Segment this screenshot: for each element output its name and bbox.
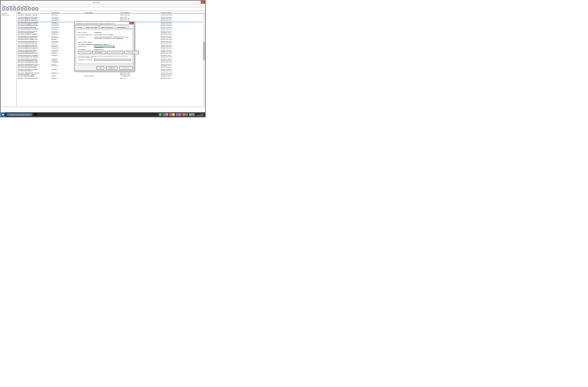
tray-icon[interactable] xyxy=(172,113,175,116)
start-button: Запустить xyxy=(78,51,91,54)
val-display-name: Служба Защитник Windows xyxy=(94,34,131,35)
restart-service-icon[interactable] xyxy=(35,7,38,10)
start-service-icon[interactable] xyxy=(24,7,27,10)
clock[interactable]: 22:5307.01.2015 xyxy=(196,113,204,117)
cancel-button[interactable]: Отмена xyxy=(106,66,117,70)
menu-help[interactable]: Справка xyxy=(23,5,29,7)
resume-button: Продолжить xyxy=(124,51,139,54)
startup-type-select[interactable]: Отключена▾ xyxy=(94,46,115,48)
refresh-icon[interactable] xyxy=(13,7,16,10)
service-row[interactable]: Службы удалённых рабочи…Разреш…ВручнуюСе… xyxy=(17,77,205,79)
services-window: Службы ─ ▢ ✕ Файл Действие Вид Справка С… xyxy=(0,0,206,117)
val-state: Выполняется xyxy=(94,48,131,50)
lbl-exe-path: Исполняемый файл: xyxy=(78,41,94,43)
tree-root[interactable]: Службы (локальны… xyxy=(1,12,15,15)
tray-icon[interactable] xyxy=(189,113,192,116)
stop-button[interactable]: Остановить xyxy=(92,51,106,54)
chevron-down-icon: ▾ xyxy=(113,46,114,48)
apply-button: Применить xyxy=(119,66,133,70)
stop-service-icon[interactable] xyxy=(28,7,31,10)
statusbar xyxy=(1,106,205,109)
tree-pane: Службы (локальны… xyxy=(1,11,17,106)
val-description: Защита пользователей от вредоносных и др… xyxy=(94,36,131,40)
menu-view[interactable]: Вид xyxy=(18,5,21,7)
lbl-startup-type: Тип запуска: xyxy=(78,46,94,48)
help-icon[interactable] xyxy=(21,7,24,10)
scrollbar[interactable] xyxy=(203,14,205,106)
taskbar: Глобальный поисковик Yahoo ◐ 22:5307.01.… xyxy=(1,112,205,117)
tray-icon[interactable] xyxy=(162,113,165,116)
val-service-name: WinDefend xyxy=(94,32,131,33)
val-exe-path: C:\Program Files\Windows Defender\MsMpEn… xyxy=(78,43,131,45)
menu-action[interactable]: Действие xyxy=(8,5,15,7)
cell: Разреш… xyxy=(51,77,84,79)
lbl-display-name: Отображаемое имя: xyxy=(78,34,94,35)
lbl-service-name: Имя службы: xyxy=(78,32,94,33)
tab-logon[interactable]: Вход в систему xyxy=(84,25,99,28)
tray-icon[interactable] xyxy=(182,113,185,116)
lbl-params: Параметры запуска: xyxy=(78,59,94,61)
taskbar-item-search[interactable]: Глобальный поисковик Yahoo xyxy=(7,113,32,117)
tray-icon[interactable] xyxy=(179,113,182,116)
windows-icon xyxy=(2,114,4,116)
cell: Сетевая служ… xyxy=(160,77,205,79)
lbl-description: Описание: xyxy=(78,36,94,40)
tray-icon[interactable] xyxy=(185,113,188,116)
cell xyxy=(84,77,120,79)
scrollbar-thumb[interactable] xyxy=(203,42,205,60)
start-button[interactable] xyxy=(1,112,5,117)
tab-recovery[interactable]: Восстановление xyxy=(99,25,115,28)
ok-button[interactable]: ОК xyxy=(96,66,104,70)
window-title: Службы xyxy=(1,1,192,4)
tray-icon[interactable] xyxy=(165,113,168,116)
menu-file[interactable]: Файл xyxy=(2,5,6,7)
lbl-state: Состояние: xyxy=(78,48,94,50)
pause-button: Приостановить xyxy=(107,51,123,54)
pause-service-icon[interactable] xyxy=(32,7,35,10)
dialog-tabs: Общие Вход в систему Восстановление Зави… xyxy=(75,25,134,29)
dialog-close-button[interactable]: ✕ xyxy=(129,22,134,25)
close-button[interactable]: ✕ xyxy=(201,1,205,4)
back-icon[interactable] xyxy=(2,7,5,10)
taskbar-item-cortana[interactable]: ◐ xyxy=(34,113,37,117)
tray-icon[interactable] xyxy=(159,113,162,116)
tab-general[interactable]: Общие xyxy=(75,25,85,28)
dialog-title: Свойства: Служба Защитник Windows (Локал… xyxy=(75,23,129,24)
export-icon[interactable] xyxy=(17,7,20,10)
cell: Вручную xyxy=(120,77,160,79)
tab-dependencies[interactable]: Зависимости xyxy=(115,25,129,28)
service-properties-dialog: Свойства: Служба Защитник Windows (Локал… xyxy=(74,21,135,71)
properties-icon[interactable] xyxy=(10,7,12,10)
tray-icon[interactable] xyxy=(192,113,195,116)
params-input[interactable] xyxy=(94,59,131,61)
cell: Службы удалённых рабочи… xyxy=(17,77,51,79)
params-hint: Вы можете указать параметры запуска, при… xyxy=(78,55,131,58)
tray-icon[interactable] xyxy=(176,113,179,116)
forward-icon[interactable] xyxy=(6,7,9,10)
tray-icon[interactable] xyxy=(169,113,172,116)
